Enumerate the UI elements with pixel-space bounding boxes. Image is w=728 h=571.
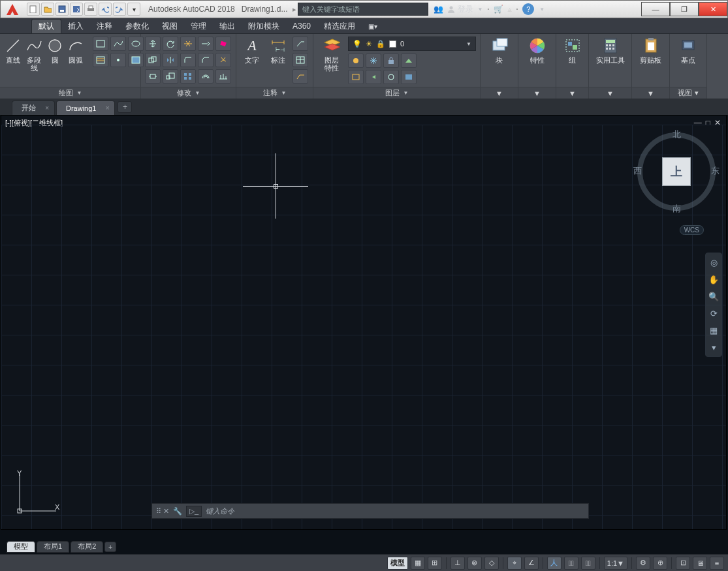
panel-title-layers[interactable]: 图层▼: [313, 87, 480, 99]
window-minimize-button[interactable]: —: [641, 2, 670, 16]
tool-properties[interactable]: 特性: [522, 37, 552, 72]
tool-text[interactable]: A 文字: [240, 37, 264, 72]
viewcube-top-face[interactable]: 上: [662, 157, 691, 186]
hatch-icon[interactable]: [93, 53, 108, 67]
pan-icon[interactable]: ✋: [707, 273, 720, 286]
table-icon[interactable]: [293, 53, 308, 67]
cmdline-handle-icon[interactable]: ⠿ ✕: [156, 507, 169, 516]
tool-utilities[interactable]: 实用工具: [593, 37, 627, 72]
status-isodraft-icon[interactable]: ◇: [484, 557, 499, 570]
qat-save-icon[interactable]: [55, 3, 69, 16]
status-lineweight-icon[interactable]: 人̲: [564, 557, 578, 570]
tool-line[interactable]: 直线: [4, 37, 22, 72]
status-customize-icon[interactable]: ≡: [710, 557, 724, 570]
wcs-badge[interactable]: WCS: [680, 225, 704, 235]
layer-lock-icon[interactable]: [383, 54, 399, 68]
help-icon[interactable]: ?: [522, 3, 534, 15]
layer-selector[interactable]: 💡 ☀ 🔒 0 ▼: [348, 37, 476, 51]
point-icon[interactable]: [110, 53, 126, 67]
tab-view[interactable]: 视图: [155, 19, 184, 33]
tool-arc[interactable]: 圆弧: [67, 37, 85, 72]
leader-icon[interactable]: [293, 37, 308, 51]
layer-state-icon[interactable]: [401, 70, 417, 84]
compass-west[interactable]: 西: [633, 165, 642, 177]
copy-icon[interactable]: [145, 53, 161, 67]
window-maximize-button[interactable]: ❐: [670, 2, 699, 16]
align-icon[interactable]: [215, 69, 231, 84]
compass-south[interactable]: 南: [673, 203, 681, 215]
tab-insert[interactable]: 插入: [61, 19, 90, 33]
layout-tab-2[interactable]: 布局2: [71, 541, 103, 553]
status-gear-icon[interactable]: ⚙: [636, 557, 650, 570]
tab-default[interactable]: 默认: [31, 19, 61, 33]
window-close-button[interactable]: ✕: [699, 2, 727, 16]
close-icon[interactable]: ×: [106, 104, 110, 112]
tab-extra-icon[interactable]: ▣▾: [362, 19, 384, 33]
login-button[interactable]: 登录 ▼: [447, 4, 483, 15]
status-snapmode-icon[interactable]: ⊞: [428, 557, 442, 570]
drawing-canvas[interactable]: [-][俯视][二维线框] — □ ✕ X Y 上 北 南 东 西 WCS ◎ …: [1, 115, 727, 530]
close-icon[interactable]: ×: [45, 104, 49, 112]
explode-icon[interactable]: [215, 53, 231, 67]
trim-icon[interactable]: [180, 37, 196, 51]
command-line[interactable]: ⠿ ✕ 🔧 ▷_ 键入命令: [151, 503, 589, 519]
new-drawing-button[interactable]: +: [118, 101, 132, 113]
tool-dimension[interactable]: ⊢⊣ 标注: [266, 37, 290, 72]
mleader-icon[interactable]: [293, 69, 308, 84]
stretch-icon[interactable]: [145, 69, 161, 84]
status-workspace-icon[interactable]: ⊡: [676, 557, 690, 570]
layer-match-icon[interactable]: [348, 70, 364, 84]
search-input[interactable]: 键入关键字或短语: [298, 3, 428, 16]
app-logo[interactable]: [1, 1, 24, 18]
status-osnap-icon[interactable]: ⌖: [507, 557, 522, 570]
status-annovis-icon[interactable]: ⊕: [653, 557, 667, 570]
qat-redo-icon[interactable]: [113, 3, 126, 16]
infocenter-icon[interactable]: 👥: [434, 5, 443, 14]
status-polar-icon[interactable]: ⊗: [467, 557, 482, 570]
layer-off-icon[interactable]: [348, 54, 364, 68]
qat-saveas-icon[interactable]: [70, 3, 83, 16]
add-layout-button[interactable]: +: [104, 542, 116, 552]
qat-undo-icon[interactable]: [99, 3, 112, 16]
viewcube[interactable]: 上 北 南 东 西: [637, 132, 716, 211]
layer-make-current-icon[interactable]: [401, 54, 417, 68]
fullnav-wheel-icon[interactable]: ◎: [707, 256, 720, 269]
mirror-icon[interactable]: [163, 53, 178, 67]
scale-icon[interactable]: [163, 69, 178, 84]
erase-icon[interactable]: [215, 37, 231, 51]
layer-previous-icon[interactable]: [366, 70, 381, 84]
qat-new-icon[interactable]: [27, 3, 40, 16]
status-ortho-icon[interactable]: ⊥: [451, 557, 465, 570]
exchange-icon[interactable]: 🛒: [494, 5, 503, 14]
tool-polyline[interactable]: 多段线: [25, 37, 43, 72]
panel-title-annotate[interactable]: 注释▼: [236, 87, 313, 99]
status-otrack-icon[interactable]: ∠: [524, 557, 539, 570]
layer-freeze-icon[interactable]: [366, 54, 381, 68]
qat-plot-icon[interactable]: [84, 3, 97, 16]
orbit-icon[interactable]: ⟳: [707, 307, 720, 320]
tab-parametric[interactable]: 参数化: [119, 19, 155, 33]
fillet-icon[interactable]: [180, 53, 196, 67]
tab-start[interactable]: 开始×: [12, 100, 55, 115]
compass-north[interactable]: 北: [673, 129, 681, 140]
array-icon[interactable]: [180, 69, 196, 84]
move-icon[interactable]: [145, 37, 161, 51]
offset-icon[interactable]: [198, 69, 214, 84]
panel-title-view[interactable]: 视图 ▾: [670, 87, 706, 99]
tab-featured[interactable]: 精选应用: [317, 19, 362, 33]
showmotion-icon[interactable]: ▦: [707, 324, 720, 337]
qat-open-icon[interactable]: [41, 3, 54, 16]
chamfer-icon[interactable]: [198, 53, 214, 67]
tab-drawing1[interactable]: Drawing1×: [56, 100, 115, 115]
tool-base[interactable]: 基点: [674, 37, 703, 72]
ucs-icon[interactable]: X Y: [13, 468, 63, 517]
compass-east[interactable]: 东: [711, 165, 720, 177]
layout-tab-1[interactable]: 布局1: [37, 541, 69, 553]
panel-title-draw[interactable]: 绘图▼: [0, 87, 140, 99]
tool-block[interactable]: 块: [484, 37, 514, 72]
status-annoscale[interactable]: 1:1 ▼: [604, 557, 627, 570]
layer-isolate-icon[interactable]: [383, 70, 399, 84]
cmdline-config-icon[interactable]: 🔧: [173, 507, 182, 516]
tab-output[interactable]: 输出: [213, 19, 242, 33]
status-monitor-icon[interactable]: 🖥: [693, 557, 707, 570]
